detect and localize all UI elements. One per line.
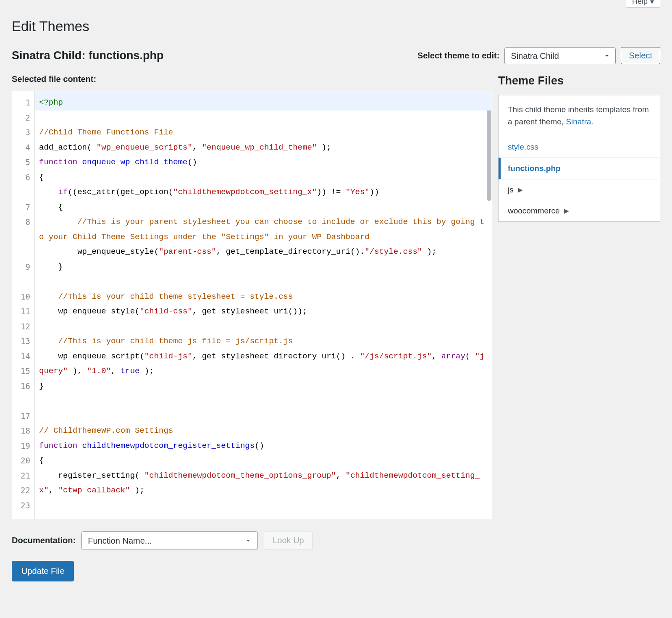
update-file-button[interactable]: Update File — [12, 561, 74, 581]
help-label: Help — [632, 0, 648, 6]
folder-item-js[interactable]: js ▶ — [499, 179, 660, 200]
theme-select[interactable]: Sinatra Child — [504, 47, 616, 64]
code-editor[interactable]: 1 2 3 4 5 6 7 8 9 10 11 12 13 14 15 16 1… — [12, 91, 492, 519]
file-item-functions[interactable]: functions.php — [499, 158, 660, 179]
code-content[interactable]: <?php //Child Theme Functions File add_a… — [35, 91, 492, 519]
select-theme-label: Select theme to edit: — [417, 51, 500, 60]
theme-files-title: Theme Files — [498, 74, 660, 87]
folder-item-woocommerce[interactable]: woocommerce ▶ — [499, 200, 660, 221]
page-title: Edit Themes — [12, 18, 660, 34]
lookup-button[interactable]: Look Up — [264, 531, 313, 550]
parent-theme-link[interactable]: Sinatra — [566, 117, 591, 126]
chevron-down-icon: ▾ — [650, 0, 654, 6]
select-button[interactable]: Select — [621, 47, 660, 64]
selected-file-label: Selected file content: — [12, 74, 492, 84]
line-gutter: 1 2 3 4 5 6 7 8 9 10 11 12 13 14 15 16 1… — [12, 91, 35, 519]
documentation-label: Documentation: — [12, 536, 76, 545]
file-item-style[interactable]: style.css — [499, 136, 660, 158]
theme-files-list: This child theme inherits templates from… — [498, 95, 660, 222]
inherit-note: This child theme inherits templates from… — [499, 95, 660, 136]
chevron-right-icon: ▶ — [518, 186, 523, 194]
file-heading: Sinatra Child: functions.php — [12, 49, 164, 62]
documentation-select[interactable]: Function Name... — [81, 531, 258, 550]
chevron-right-icon: ▶ — [564, 207, 569, 215]
help-tab[interactable]: Help ▾ — [626, 0, 660, 8]
